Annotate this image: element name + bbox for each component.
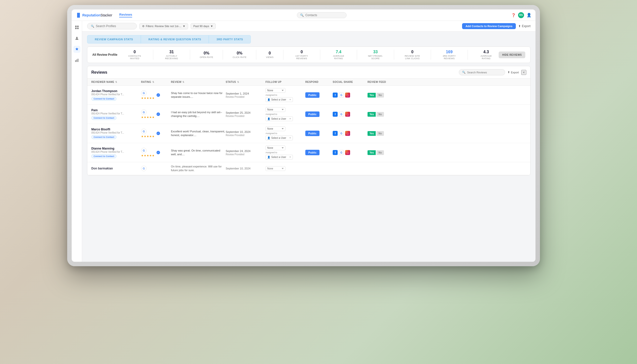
- avatar[interactable]: RS: [518, 12, 524, 18]
- sidebar-item-dashboard[interactable]: [74, 24, 80, 31]
- instagram-share-icon[interactable]: ◻: [345, 112, 350, 117]
- social-share-cell: f G ◻: [333, 112, 368, 117]
- verified-badge: ✓: [156, 112, 160, 116]
- facebook-share-icon[interactable]: f: [333, 92, 338, 98]
- public-button[interactable]: Public: [305, 92, 320, 98]
- select-user-label: Select a User: [271, 98, 286, 101]
- select-user-label: Select a User: [271, 136, 286, 139]
- review-text: Shay has come to our house twice now for…: [171, 91, 226, 99]
- stat-divider: [468, 50, 468, 60]
- follow-up-cell: None Assigned to 👤 Select a User ▼: [266, 107, 305, 121]
- search-profiles-input[interactable]: [96, 24, 133, 28]
- logo: ▐▌ ReputationStacker: [76, 13, 112, 18]
- reviews-section: Reviews 🔍 ⬆ Export ✕: [87, 66, 530, 176]
- reviews-close-button[interactable]: ✕: [521, 70, 526, 75]
- connect-to-contact-button[interactable]: Connect to Contact: [91, 116, 116, 120]
- search-reviews-box[interactable]: 🔍: [459, 69, 505, 76]
- tab-review-campaign-stats[interactable]: Review Campaign Stats: [87, 35, 141, 44]
- facebook-share-icon[interactable]: f: [333, 150, 338, 155]
- instagram-share-icon[interactable]: ◻: [345, 131, 350, 136]
- reviewer-name: Jordan Thompson: [91, 89, 141, 93]
- active-nav-tab[interactable]: Reviews: [119, 13, 132, 18]
- stat-views: 0 Views: [266, 51, 274, 58]
- chevron-down-icon: ▼: [210, 25, 213, 28]
- follow-up-select[interactable]: None: [266, 88, 286, 93]
- google-share-icon[interactable]: G: [339, 92, 344, 98]
- user-icon[interactable]: 👤: [526, 13, 532, 18]
- follow-up-cell: None Assigned to 👤 Select a User ▼: [266, 146, 305, 160]
- review-feed-yes-button[interactable]: Yes: [368, 131, 376, 136]
- follow-up-select[interactable]: None: [266, 107, 286, 112]
- review-feed-cell: Yes No: [368, 131, 398, 136]
- review-feed-cell: Yes No: [368, 150, 398, 155]
- review-feed-no-button[interactable]: No: [376, 112, 384, 117]
- tab-rating-review-stats[interactable]: Rating & Review Question Stats: [141, 35, 209, 44]
- select-user-dropdown[interactable]: 👤 Select a User ▼: [266, 97, 293, 102]
- public-button[interactable]: Public: [305, 130, 320, 136]
- stat-contacts-invited: 0 Contacts Invited: [126, 50, 143, 60]
- public-button[interactable]: Public: [305, 150, 320, 155]
- facebook-share-icon[interactable]: f: [333, 112, 338, 117]
- assigned-label: Assigned to: [266, 113, 305, 116]
- search-profiles-icon: 🔍: [91, 25, 94, 28]
- stat-divider: [190, 50, 190, 60]
- facebook-share-icon[interactable]: f: [333, 131, 338, 136]
- search-reviews-input[interactable]: [467, 71, 502, 74]
- sidebar-item-reviews[interactable]: [74, 46, 80, 53]
- review-feed-no-button[interactable]: No: [376, 131, 384, 136]
- sidebar-item-contacts[interactable]: [74, 35, 80, 42]
- verified-badge: ✓: [156, 151, 160, 154]
- connect-to-contact-button[interactable]: Connect to Contact: [91, 97, 116, 101]
- sort-icon[interactable]: ⇅: [115, 81, 118, 83]
- add-contacts-button[interactable]: Add Contacts to Review Campaigns: [462, 23, 516, 29]
- nav-search-box[interactable]: 🔍: [297, 12, 346, 18]
- google-share-icon[interactable]: G: [339, 150, 344, 155]
- review-feed-yes-button[interactable]: Yes: [368, 93, 376, 98]
- review-feed-yes-button[interactable]: Yes: [368, 112, 376, 117]
- social-share-cell: f G ◻: [333, 150, 368, 155]
- reviews-export-button[interactable]: ⬆ Export: [508, 71, 519, 74]
- assigned-label: Assigned to: [266, 94, 305, 96]
- top-navigation: ▐▌ ReputationStacker Reviews 🔍 ❓ RS 👤: [72, 10, 536, 21]
- public-button[interactable]: Public: [305, 112, 320, 117]
- follow-up-select[interactable]: None: [266, 126, 286, 131]
- chevron-down-icon: ▼: [289, 156, 291, 158]
- help-icon[interactable]: ❓: [511, 13, 516, 17]
- review-feed-yes-button[interactable]: Yes: [368, 150, 376, 155]
- instagram-share-icon[interactable]: ◻: [345, 92, 350, 98]
- th-respond: Respond: [305, 80, 333, 83]
- filter-button[interactable]: ⚙ Filters: Review Site not 1st-... ▼: [139, 23, 188, 29]
- stat-divider: [256, 50, 256, 60]
- follow-up-select[interactable]: None: [266, 166, 286, 171]
- review-feed-no-button[interactable]: No: [376, 93, 384, 98]
- stat-divider: [223, 50, 223, 60]
- connect-to-contact-button[interactable]: Connect to Contact: [91, 154, 116, 158]
- sidebar-item-analytics[interactable]: [74, 57, 80, 64]
- nav-search-input[interactable]: [305, 14, 340, 17]
- sort-icon[interactable]: ⇅: [237, 81, 239, 83]
- export-button[interactable]: ⬆ Export: [518, 24, 530, 28]
- date-range-button[interactable]: Past 90 days ▼: [190, 23, 216, 29]
- hide-reviews-button[interactable]: Hide Reviews: [499, 52, 525, 58]
- rating-cell: G ★ ★ ★ ★ ★ ✓: [141, 110, 171, 119]
- logo-text: ReputationStacker: [82, 13, 112, 17]
- sort-icon[interactable]: ⇅: [152, 81, 154, 83]
- search-profiles-box[interactable]: 🔍: [87, 23, 137, 29]
- stat-open-rate: 0% Open Rate: [200, 51, 213, 58]
- stats-bar: All Review Profile 0 Contacts Invited 31…: [87, 46, 530, 63]
- stat-divider: [394, 50, 394, 60]
- connect-to-contact-button[interactable]: Connect to Contact: [91, 135, 116, 139]
- respond-cell: Public: [305, 92, 333, 98]
- select-user-dropdown[interactable]: 👤 Select a User ▼: [266, 136, 293, 140]
- google-share-icon[interactable]: G: [339, 131, 344, 136]
- instagram-share-icon[interactable]: ◻: [345, 150, 350, 155]
- follow-up-select[interactable]: None: [266, 146, 286, 150]
- tab-3rd-party-stats[interactable]: 3rd Party Stats: [209, 35, 250, 44]
- select-user-dropdown[interactable]: 👤 Select a User ▼: [266, 116, 293, 121]
- review-feed-no-button[interactable]: No: [376, 150, 384, 155]
- select-user-dropdown[interactable]: 👤 Select a User ▼: [266, 155, 293, 160]
- svg-rect-0: [75, 26, 77, 27]
- google-share-icon[interactable]: G: [339, 112, 344, 117]
- respond-cell: Public: [305, 150, 333, 155]
- sort-icon[interactable]: ⇅: [182, 81, 185, 83]
